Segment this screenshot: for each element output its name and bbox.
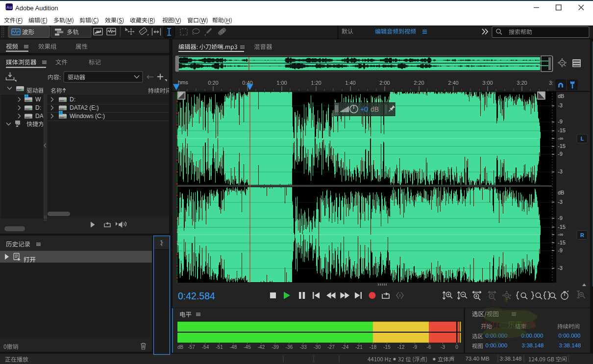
- svg-text:dB: dB: [371, 105, 379, 113]
- svg-text:D:: D:: [35, 104, 41, 111]
- svg-text:Windows (C:): Windows (C:): [70, 113, 105, 120]
- svg-text:Au: Au: [6, 5, 12, 10]
- svg-text:W: W: [35, 96, 41, 103]
- svg-text:L: L: [581, 136, 584, 142]
- svg-text:R: R: [580, 232, 584, 238]
- svg-text:D:: D:: [70, 96, 75, 103]
- svg-text:+0: +0: [360, 105, 368, 113]
- svg-text:DA: DA: [35, 113, 44, 120]
- svg-text:DATA2 (E:): DATA2 (E:): [70, 104, 99, 111]
